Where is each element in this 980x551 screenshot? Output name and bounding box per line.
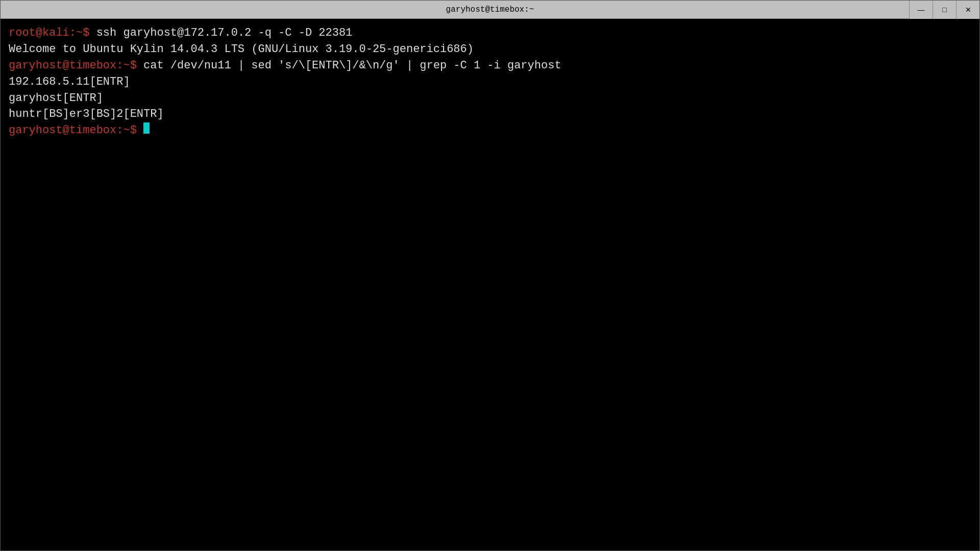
terminal-line-4: 192.168.5.11[ENTR] [9, 74, 971, 90]
window-title: garyhost@timebox:~ [446, 5, 534, 14]
terminal-line-7: garyhost@timebox:~$ [9, 122, 971, 139]
close-button[interactable]: ✕ [956, 1, 979, 19]
terminal-window: garyhost@timebox:~ — □ ✕ root@kali:~$ ss… [0, 0, 980, 551]
title-bar: garyhost@timebox:~ — □ ✕ [1, 1, 979, 19]
cmd-ssh: ssh garyhost@172.17.0.2 -q -C -D 22381 [96, 25, 353, 41]
prompt-garyhost-1: garyhost@timebox:~$ [9, 58, 143, 74]
terminal-line-3: garyhost@timebox:~$ cat /dev/nu11 | sed … [9, 58, 971, 74]
terminal-line-1: root@kali:~$ ssh garyhost@172.17.0.2 -q … [9, 25, 971, 41]
terminal-cursor [143, 122, 150, 134]
window-controls: — □ ✕ [909, 1, 979, 19]
minimize-button[interactable]: — [909, 1, 933, 19]
terminal-line-2: Welcome to Ubuntu Kylin 14.04.3 LTS (GNU… [9, 41, 971, 58]
output-garyhost: garyhost[ENTR] [9, 90, 103, 107]
cmd-cat-sed: cat /dev/nu11 | sed 's/\[ENTR\]/&\n/g' |… [143, 58, 561, 74]
terminal-line-6: huntr[BS]er3[BS]2[ENTR] [9, 106, 971, 122]
output-ip: 192.168.5.11[ENTR] [9, 74, 130, 90]
prompt-kali: root@kali:~$ [9, 25, 96, 41]
terminal-line-5: garyhost[ENTR] [9, 90, 971, 107]
output-welcome: Welcome to Ubuntu Kylin 14.04.3 LTS (GNU… [9, 41, 474, 58]
terminal-body[interactable]: root@kali:~$ ssh garyhost@172.17.0.2 -q … [1, 19, 979, 550]
prompt-garyhost-2: garyhost@timebox:~$ [9, 122, 143, 139]
restore-button[interactable]: □ [933, 1, 956, 19]
output-huntr: huntr[BS]er3[BS]2[ENTR] [9, 106, 164, 122]
